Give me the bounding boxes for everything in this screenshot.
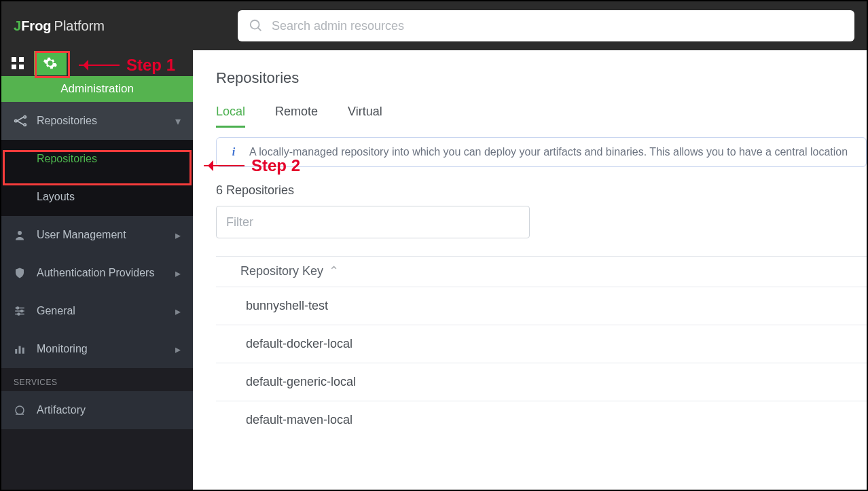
sidebar-item-label: Monitoring: [37, 343, 88, 355]
svg-rect-18: [15, 349, 17, 354]
sidebar-item-monitoring[interactable]: Monitoring ▸: [1, 330, 193, 368]
table-row[interactable]: default-docker-local: [216, 325, 867, 363]
svg-rect-19: [19, 346, 21, 354]
svg-point-8: [24, 124, 26, 126]
bars-icon: [14, 343, 37, 355]
info-text: A locally-managed repository into which …: [249, 146, 848, 158]
table-row[interactable]: default-generic-local: [216, 363, 867, 401]
sidebar: Administration Repositories ▾ Repositori…: [1, 50, 193, 490]
info-banner: i A locally-managed repository into whic…: [216, 137, 867, 167]
sidebar-item-auth-providers[interactable]: Authentication Providers ▸: [1, 254, 193, 292]
distribute-icon: [14, 114, 37, 128]
sliders-icon: [14, 305, 37, 317]
repo-key: bunnyshell-test: [246, 299, 328, 313]
svg-point-7: [24, 116, 26, 118]
admin-gear-button[interactable]: [34, 51, 67, 75]
info-icon: i: [228, 146, 240, 158]
chevron-down-icon: ▾: [175, 115, 181, 128]
administration-band: Administration: [1, 76, 193, 102]
sidebar-item-general[interactable]: General ▸: [1, 292, 193, 330]
svg-rect-5: [19, 65, 24, 69]
filter-input[interactable]: Filter: [216, 206, 530, 238]
search-icon: [249, 18, 264, 33]
svg-rect-3: [19, 57, 24, 62]
column-repository-key: Repository Key: [240, 264, 323, 278]
tab-remote[interactable]: Remote: [275, 105, 318, 128]
table-row[interactable]: default-maven-local: [216, 401, 867, 439]
sidebar-item-label: Authentication Providers: [37, 267, 154, 279]
circle-icon: [14, 404, 37, 416]
filter-placeholder: Filter: [226, 215, 253, 230]
apps-grid-button[interactable]: [1, 50, 34, 76]
tabs: Local Remote Virtual: [216, 105, 867, 128]
sidebar-item-label: Repositories: [37, 153, 97, 165]
repo-key: default-maven-local: [246, 413, 352, 427]
sort-asc-icon: ⌃: [329, 263, 339, 278]
chevron-right-icon: ▸: [175, 343, 181, 356]
page-title: Repositories: [216, 69, 867, 87]
svg-line-10: [17, 121, 24, 125]
sidebar-item-repositories[interactable]: Repositories ▾: [1, 102, 193, 140]
chevron-right-icon: ▸: [175, 229, 181, 242]
gear-icon: [43, 56, 58, 71]
sidebar-services-header: SERVICES: [1, 368, 193, 391]
sidebar-item-label: Layouts: [37, 191, 75, 203]
tab-virtual[interactable]: Virtual: [348, 105, 382, 128]
main-content: Repositories Local Remote Virtual i A lo…: [193, 50, 867, 490]
sidebar-item-label: Repositories: [37, 115, 97, 127]
sidebar-item-label: General: [37, 305, 75, 317]
sidebar-child-layouts[interactable]: Layouts: [1, 178, 193, 216]
repo-key: default-generic-local: [246, 375, 356, 389]
user-icon: [14, 229, 37, 241]
svg-point-6: [15, 120, 17, 122]
brand: JFrogPlatform: [14, 18, 238, 34]
brand-frog: Frog: [21, 18, 51, 33]
sidebar-service-artifactory[interactable]: Artifactory: [1, 391, 193, 429]
sidebar-item-label: Artifactory: [37, 404, 86, 416]
svg-line-1: [258, 28, 261, 31]
search-input[interactable]: Search admin resources: [238, 10, 854, 41]
svg-point-21: [16, 406, 24, 414]
shield-icon: [14, 267, 37, 279]
svg-rect-20: [22, 348, 24, 354]
chevron-right-icon: ▸: [175, 305, 181, 318]
svg-line-9: [17, 117, 24, 121]
svg-point-16: [21, 310, 23, 312]
repo-key: default-docker-local: [246, 337, 352, 351]
chevron-right-icon: ▸: [175, 267, 181, 280]
sidebar-item-label: User Management: [37, 229, 126, 241]
table-row[interactable]: bunnyshell-test: [216, 287, 867, 325]
brand-j: J: [14, 18, 21, 33]
search-placeholder: Search admin resources: [272, 19, 404, 33]
sidebar-item-user-management[interactable]: User Management ▸: [1, 216, 193, 254]
svg-point-0: [251, 20, 259, 29]
table-header[interactable]: Repository Key ⌃: [216, 256, 867, 287]
sidebar-child-repositories[interactable]: Repositories: [1, 140, 193, 178]
brand-platform: Platform: [54, 18, 105, 33]
apps-grid-icon: [12, 57, 24, 69]
tab-local[interactable]: Local: [216, 105, 245, 128]
topbar: JFrogPlatform Search admin resources: [1, 1, 867, 50]
repo-count-label: 6 Repositories: [216, 183, 867, 198]
svg-point-11: [18, 231, 22, 235]
svg-rect-4: [12, 65, 16, 69]
svg-rect-2: [12, 57, 16, 62]
svg-point-17: [18, 313, 20, 315]
svg-point-15: [17, 307, 19, 309]
